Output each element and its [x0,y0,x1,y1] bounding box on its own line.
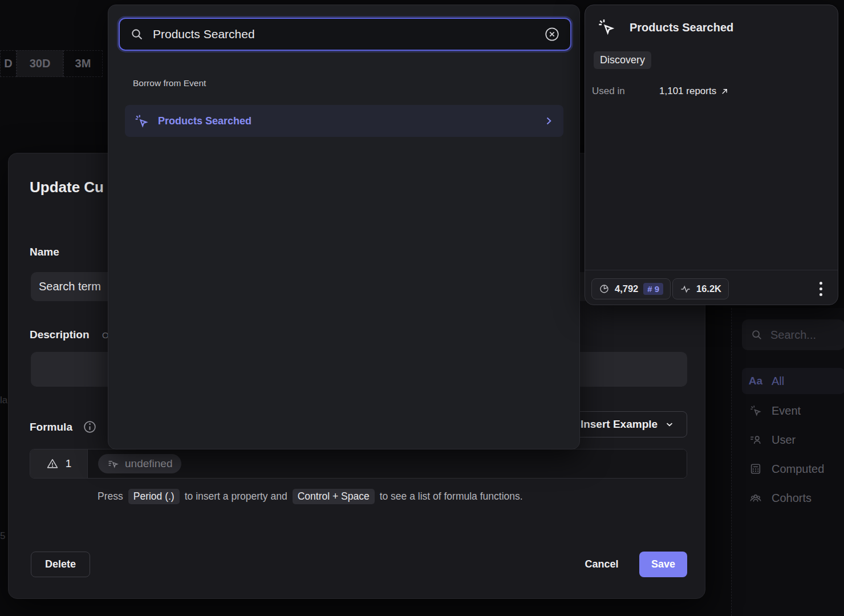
sidebar-item-label: Computed [772,463,824,476]
hint-text: Press [98,491,123,502]
activity-icon [680,283,691,295]
formula-hint: Press Period (.) to insert a property an… [98,489,523,504]
sidebar-item-label: All [772,375,784,388]
property-icon [107,458,119,470]
volume-stat-pill: 16.2K [672,278,729,299]
formula-input[interactable]: undefined [88,449,687,478]
sidebar-item-label: User [772,433,796,447]
warning-icon [46,457,59,470]
sidebar-search-placeholder: Search... [770,329,816,342]
search-icon [130,27,144,41]
formula-error-count: 1 [66,457,72,470]
cohorts-icon [749,491,762,505]
chart-axis-fragment: la [0,395,8,406]
formula-editor: 1 undefined [30,449,687,479]
time-range-7d[interactable]: D [0,50,17,77]
computed-icon [749,462,762,476]
formula-property-chip[interactable]: undefined [98,454,181,473]
used-in-label: Used in [592,86,625,97]
result-label: Products Searched [158,115,534,127]
search-icon [750,328,764,342]
cancel-label: Cancel [585,558,618,570]
sidebar-item-all[interactable]: Aa All [742,368,844,394]
time-range-label: 3M [75,57,91,70]
popover-title: Products Searched [630,21,733,34]
kbd-control-space: Control + Space [293,489,375,504]
info-icon[interactable] [83,420,97,434]
pie-chart-icon [599,283,610,294]
formula-label: Formula [30,421,72,433]
hint-text: to insert a property and [185,491,287,502]
cancel-button[interactable]: Cancel [573,552,630,577]
sidebar-item-label: Event [772,404,801,418]
sidebar-item-cohorts[interactable]: Cohorts [742,485,844,511]
search-input[interactable] [153,27,535,41]
time-range-label: D [4,57,12,70]
sidebar-item-label: Cohorts [772,492,811,505]
sidebar-search-input[interactable]: Search... [742,319,844,350]
event-icon [597,18,615,36]
borrow-from-event-header: Borrow from Event [133,78,206,88]
modal-title: Update Cu [30,179,104,196]
time-range-label: 30D [30,57,51,70]
sidebar-item-event[interactable]: Event [742,398,844,424]
divider [585,270,838,270]
category-badge: Discovery [594,51,651,69]
property-type-sidebar: Search... Aa All Event User [731,308,844,616]
app-root: D 30D 3M la 5 Search... Aa All Event [0,0,844,616]
queries-count: 4,792 [615,283,638,294]
more-options-icon[interactable] [811,278,830,299]
kbd-period: Period (.) [128,489,180,504]
chevron-right-icon [543,115,554,127]
search-field [119,18,571,51]
formula-error-badge: 1 [30,449,88,478]
event-icon [134,114,149,128]
hint-text: to see a list of formula functions. [380,491,523,502]
user-icon [749,433,762,447]
insert-example-label: Insert Example [581,418,658,431]
time-range-3m[interactable]: 3M [63,50,103,77]
chart-tick-fragment: 5 [0,530,8,542]
aa-icon: Aa [749,374,762,388]
used-in-reports-link[interactable]: 1,101 reports [659,86,729,97]
event-icon [749,404,762,418]
clear-search-icon[interactable] [544,26,560,42]
queries-stat-pill: 4,792 # 9 [591,278,671,299]
reports-count: 1,101 reports [659,86,716,97]
sidebar-item-user[interactable]: User [742,427,844,453]
rank-badge: # 9 [643,283,663,295]
chevron-down-icon [664,419,675,429]
sidebar-item-computed[interactable]: Computed [742,456,844,482]
time-range-30d[interactable]: 30D [17,50,63,77]
arrow-up-right-icon [720,87,729,96]
delete-button[interactable]: Delete [31,552,90,577]
description-label: Description [30,329,90,341]
formula-chip-label: undefined [125,457,172,470]
volume-count: 16.2K [696,283,721,294]
delete-label: Delete [45,558,76,570]
save-button[interactable]: Save [639,552,687,577]
save-label: Save [651,558,675,570]
event-details-popover: Products Searched Discovery Used in 1,10… [585,5,838,305]
event-result-products-searched[interactable]: Products Searched [125,105,563,137]
property-search-dropdown: Borrow from Event Products Searched [108,5,580,449]
name-label: Name [30,246,59,258]
insert-example-button[interactable]: Insert Example [568,411,687,437]
